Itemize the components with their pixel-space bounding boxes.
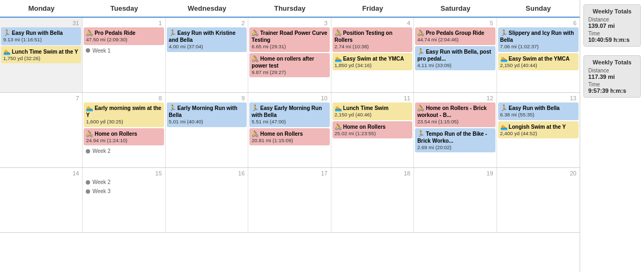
activity-item[interactable]: 🏊Easy Swim at the YMCA2,150 yd (40:44): [498, 53, 579, 71]
activity-detail: 24.94 mi (1:24:10): [86, 137, 161, 144]
activity-icon: 🚴: [86, 30, 93, 36]
weekly-totals-title-1: Weekly Totals: [588, 8, 636, 14]
calendar-main: MondayTuesdayWednesdayThursdayFridaySatu…: [0, 0, 580, 272]
weekly-totals-time-label-1: Time: [588, 31, 636, 36]
day-cell-9: 9🏃Early Morning Run with Bella5.01 mi (4…: [166, 93, 248, 167]
activity-item[interactable]: 🏊Lunch Time Swim2,150 yd (40:46): [332, 102, 412, 120]
activity-item[interactable]: 🚴Home on Rollers - Brick workout - B...2…: [415, 102, 495, 127]
activity-item[interactable]: 🏃Early Morning Run with Bella5.01 mi (40…: [167, 102, 247, 127]
activity-icon: 🏊: [500, 55, 508, 62]
activity-item[interactable]: 🏃Easy Early Morning Run with Bella5.51 m…: [249, 102, 329, 127]
activity-detail: 2,150 yd (40:44): [500, 62, 576, 69]
day-number-6: 6: [498, 19, 579, 27]
activity-detail: 9.87 mi (29:27): [251, 69, 327, 76]
day-cell-13: 13🏃Easy Run with Bella6.38 mi (55:35)🏊Lo…: [497, 93, 580, 167]
activity-item[interactable]: 🏃Easy Run with Bella, post pro pedal...4…: [415, 46, 495, 71]
day-number-31: 31: [1, 19, 81, 27]
activity-title: 🚴Home on Rollers: [335, 123, 410, 130]
activity-title: 🚴Home on Rollers: [86, 130, 161, 137]
activity-item[interactable]: 🏊Early morning swim at the Y1,600 yd (30…: [84, 102, 164, 127]
day-header-tuesday: Tuesday: [83, 0, 165, 17]
activity-title: 🚴Pro Pedals Group Ride: [417, 29, 493, 36]
activity-item[interactable]: 🚴Trainer Road Power Curve Testing6.65 mi…: [249, 27, 329, 52]
day-cell-20: 20: [497, 168, 580, 232]
activity-detail: 7.06 mi (1:02:37): [500, 43, 576, 50]
day-number-11: 11: [332, 94, 412, 102]
week-dot: [86, 48, 90, 53]
activity-item[interactable]: 🏃Easy Run with Bella6.38 mi (55:35): [498, 102, 579, 120]
week-label: Week 1: [84, 46, 164, 55]
activity-title: 🏃Slippery and Icy Run with Bella: [500, 29, 576, 43]
activity-item[interactable]: 🏊Lunch Time Swim at the Y1,750 yd (32:26…: [1, 46, 81, 64]
day-cell-3: 3🚴Trainer Road Power Curve Testing6.65 m…: [248, 18, 331, 92]
activity-icon: 🚴: [251, 130, 259, 137]
activity-item[interactable]: 🚴Home on rollers after power test9.87 mi…: [249, 53, 329, 78]
activity-icon: 🚴: [86, 130, 93, 137]
activity-title: 🏃Easy Run with Bella: [3, 29, 79, 36]
activity-detail: 6.38 mi (55:35): [500, 112, 576, 118]
activity-icon: 🏊: [500, 123, 508, 130]
day-header-saturday: Saturday: [414, 0, 497, 17]
week-label: Week 2: [84, 178, 164, 187]
activity-item[interactable]: 🏊Easy Swim at the YMCA1,850 yd (34:16): [332, 53, 412, 71]
day-number-16: 16: [167, 169, 247, 178]
day-cell-15: 15Week 2Week 3: [83, 168, 165, 232]
day-number-3: 3: [249, 19, 329, 27]
activity-title: 🏃Easy Run with Bella, post pro pedal...: [417, 48, 493, 62]
day-number-2: 2: [167, 19, 247, 27]
activity-detail: 5.51 mi (47:00): [251, 119, 327, 125]
weekly-totals-title-2: Weekly Totals: [588, 59, 636, 65]
activity-icon: 🏃: [500, 105, 508, 111]
activity-title: 🏊Lunch Time Swim: [335, 104, 410, 112]
activity-item[interactable]: 🚴Pro Pedals Ride47.50 mi (2:09:30): [84, 27, 164, 45]
weekly-totals-distance-label-1: Distance: [588, 17, 636, 23]
week-label: Week 3: [84, 187, 164, 196]
activity-item[interactable]: 🚴Position Testing on Rollers2.74 mi (10:…: [332, 27, 412, 52]
day-cell-7: 7: [0, 93, 83, 167]
activity-title: 🏊Early morning swim at the Y: [86, 104, 161, 119]
day-cell-14: 14: [0, 168, 83, 232]
activity-item[interactable]: 🏃Tempo Run of the Bike - Brick Worko...2…: [415, 128, 495, 153]
day-cell-16: 16: [166, 168, 248, 232]
sidebar: Weekly Totals Distance 139.07 mi Time 10…: [580, 0, 644, 272]
activity-item[interactable]: 🏃Easy Run with Kristine and Bella4.00 mi…: [167, 27, 247, 52]
day-cell-12: 12🚴Home on Rollers - Brick workout - B..…: [414, 93, 497, 167]
activity-detail: 44.74 mi (2:04:46): [417, 36, 493, 43]
activity-detail: 1,850 yd (34:16): [335, 62, 410, 69]
activity-item[interactable]: 🏃Easy Run with Bella9.13 mi (1:16:51): [1, 27, 81, 45]
weekly-totals-distance-value-1: 139.07 mi: [588, 23, 636, 29]
week-row-1: 31🏃Easy Run with Bella9.13 mi (1:16:51)🏊…: [0, 18, 580, 93]
activity-icon: 🏃: [169, 30, 176, 36]
activity-detail: 1,600 yd (30:25): [86, 119, 161, 125]
weekly-totals-box-2: Weekly Totals Distance 117.39 mi Time 9:…: [583, 55, 641, 98]
activity-detail: 2.74 mi (10:38): [335, 43, 410, 50]
activity-detail: 4.11 mi (33:09): [417, 62, 493, 69]
day-header-sunday: Sunday: [497, 0, 580, 17]
activity-title: 🏊Longish Swim at the Y: [500, 123, 576, 130]
activity-title: 🏃Early Morning Run with Bella: [169, 104, 245, 119]
activity-detail: 1,750 yd (32:26): [3, 55, 79, 62]
week-dot: [86, 189, 90, 194]
activity-item[interactable]: 🏃Slippery and Icy Run with Bella7.06 mi …: [498, 27, 579, 52]
activity-item[interactable]: 🚴Home on Rollers24.94 mi (1:24:10): [84, 128, 164, 146]
day-number-15: 15: [84, 169, 164, 178]
activity-item[interactable]: 🚴Home on Rollers25.02 mi (1:23:55): [332, 121, 412, 139]
activity-item[interactable]: 🏊Longish Swim at the Y2,400 yd (44:52): [498, 121, 579, 139]
activity-detail: 4.00 mi (37:04): [169, 43, 245, 50]
activity-icon: 🚴: [335, 30, 342, 36]
activity-icon: 🏃: [169, 105, 176, 111]
day-cell-5: 5🚴Pro Pedals Group Ride44.74 mi (2:04:46…: [414, 18, 497, 92]
day-header-monday: Monday: [0, 0, 83, 17]
activity-detail: 23.54 mi (1:15:05): [417, 119, 493, 125]
activity-icon: 🏊: [335, 105, 342, 111]
activity-item[interactable]: 🚴Pro Pedals Group Ride44.74 mi (2:04:46): [415, 27, 495, 45]
activity-icon: 🏊: [3, 48, 11, 55]
activity-item[interactable]: 🚴Home on Rollers20.81 mi (1:15:09): [249, 128, 329, 146]
sidebar-spacer: [580, 102, 644, 272]
weekly-totals-time-value-1: 10:40:59 h:m:s: [588, 36, 636, 43]
day-number-1: 1: [84, 19, 164, 27]
day-number-4: 4: [332, 19, 412, 27]
activity-detail: 2.69 mi (20:02): [417, 144, 493, 151]
day-cell-11: 11🏊Lunch Time Swim2,150 yd (40:46)🚴Home …: [331, 93, 414, 167]
day-cell-31: 31🏃Easy Run with Bella9.13 mi (1:16:51)🏊…: [0, 18, 83, 92]
